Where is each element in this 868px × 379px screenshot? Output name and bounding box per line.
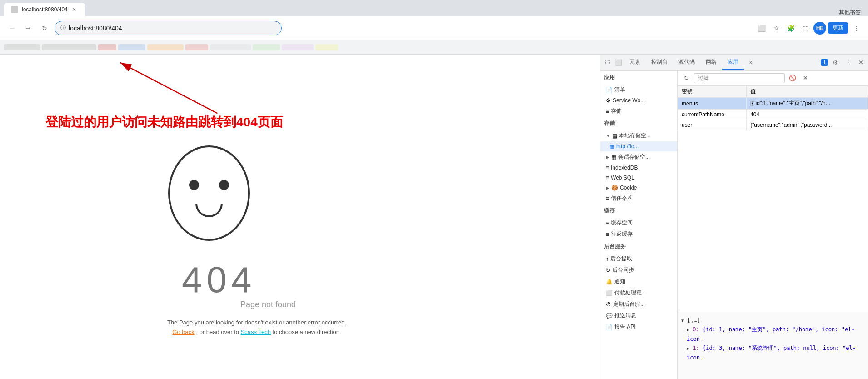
value-root-label: [,…]	[687, 317, 700, 324]
table-row[interactable]: currentPathName 404	[678, 110, 868, 120]
devtools-panel: ⬚ ⬜ 元素 控制台 源代码 网络 应用 » 1 ⚙ ⋮ ✕ 应用 📄	[600, 55, 868, 379]
sidebar-item-service-worker[interactable]: ⚙ Service Wo...	[600, 95, 677, 105]
cast-button[interactable]: ⬜	[755, 22, 768, 35]
sidebar-item-cookie[interactable]: ▶ 🍪 Cookie	[600, 183, 677, 193]
bg-sync-label: 后台同步	[612, 266, 634, 274]
item0-expand-icon[interactable]: ▶	[687, 327, 689, 332]
refresh-storage-button[interactable]: ↻	[681, 73, 691, 83]
tab-title: localhost:8080/404	[22, 6, 68, 13]
bg-fetch-icon: ↑	[606, 256, 609, 262]
item1-value: {id: 3, name: "系统管理", path: null, icon: …	[687, 345, 856, 360]
sidebar-item-indexeddb[interactable]: ≡ IndexedDB	[600, 163, 677, 173]
left-eye	[189, 180, 199, 190]
back-forward-cache-icon: ≡	[606, 231, 609, 238]
right-eye	[219, 180, 229, 190]
col-value: 值	[746, 86, 868, 98]
periodic-bg-sync-icon: ⏱	[606, 301, 611, 308]
reporting-api-label: 报告 API	[614, 323, 636, 331]
sidebar-item-reporting-api[interactable]: 📄 报告 API	[600, 321, 677, 333]
sidebar-item-back-forward-cache[interactable]: ≡ 往返缓存	[600, 229, 677, 240]
cookie-label: Cookie	[620, 185, 637, 191]
bookmark-1	[4, 44, 40, 50]
page-not-found-label: Page not found	[200, 300, 336, 309]
bookmark-button[interactable]: ☆	[770, 22, 783, 35]
settings-button[interactable]: ⋮	[850, 22, 863, 35]
reload-icon: ↻	[42, 25, 47, 32]
row-value: 404	[746, 110, 868, 120]
item0-value: {id: 1, name: "主页", path: "/home", icon:…	[687, 326, 855, 342]
nav-right: ⬜ ☆ 🧩 ⬚ HE 更新 ⋮	[755, 22, 863, 35]
sidebar-item-session-storage[interactable]: ▶ ▦ 会话存储空...	[600, 151, 677, 163]
devtools-tab-network[interactable]: 网络	[700, 55, 722, 70]
item1-expand-icon[interactable]: ▶	[687, 346, 689, 351]
clear-filter-button[interactable]: 🚫	[788, 73, 798, 83]
extensions-button[interactable]: 🧩	[784, 22, 797, 35]
sad-mouth	[195, 204, 223, 217]
sidebar-item-local-storage[interactable]: ▼ ▦ 本地存储空...	[600, 130, 677, 141]
web-sql-label: Web SQL	[611, 175, 634, 181]
devtools-tab-more[interactable]: »	[744, 56, 758, 69]
sidebar-item-trust-tokens[interactable]: ≡ 信任令牌	[600, 193, 677, 204]
devtools-tab-sources[interactable]: 源代码	[673, 55, 700, 70]
table-row[interactable]: menus [{"id":1,"name":"主页","path":"/h...	[678, 98, 868, 110]
profile-button[interactable]: HE	[813, 22, 826, 35]
row-key: menus	[678, 98, 747, 110]
annotation-text: 登陆过的用户访问未知路由跳转到404页面	[45, 114, 283, 131]
payment-handler-icon: ⬜	[606, 290, 613, 296]
sidebar-item-push-messaging[interactable]: 💬 推送消息	[600, 310, 677, 321]
app-toolbar: ↻ 🚫 ✕	[678, 71, 868, 85]
reload-button[interactable]: ↻	[38, 22, 51, 35]
back-button[interactable]: ←	[5, 22, 18, 35]
sidebar-section-bg-services: 后台服务	[600, 240, 677, 253]
localhost-icon: ▦	[609, 143, 614, 150]
manifest-label: 清单	[614, 86, 625, 94]
push-messaging-label: 推送消息	[614, 312, 636, 319]
table-row[interactable]: user {"username":"admin","password...	[678, 120, 868, 130]
sidebar-item-manifest[interactable]: 📄 清单	[600, 84, 677, 95]
update-button[interactable]: 更新	[828, 22, 848, 34]
indexeddb-icon: ≡	[606, 165, 609, 171]
devtools-badge: 1	[821, 59, 828, 66]
bg-fetch-label: 后台提取	[610, 255, 632, 263]
bookmarks-bar	[0, 40, 868, 55]
devtools-settings-icon[interactable]: ⚙	[830, 57, 841, 68]
devtools-close-icon[interactable]: ✕	[855, 57, 866, 68]
sidebar-item-bg-sync[interactable]: ↻ 后台同步	[600, 264, 677, 276]
devtools-mobile-icon[interactable]: ⬜	[613, 57, 624, 68]
scass-link[interactable]: Scass Tech	[241, 329, 271, 335]
devtools-tab-application[interactable]: 应用	[722, 55, 744, 70]
address-bar[interactable]: ⓘ localhost:8080/404	[55, 21, 282, 35]
sidebar-item-web-sql[interactable]: ≡ Web SQL	[600, 173, 677, 183]
value-pane: ▼ [,…] ▶ 0: {id: 1, name: "主页", path: "/…	[678, 312, 868, 379]
filter-input[interactable]	[694, 73, 785, 83]
sidebar-item-payment-handler[interactable]: ⬜ 付款处理程...	[600, 287, 677, 299]
value-item-0: ▶ 0: {id: 1, name: "主页", path: "/home", …	[681, 325, 864, 344]
error-desc-line1: The Page you are looking for doesn't exi…	[167, 319, 346, 326]
sidebar-item-periodic-bg-sync[interactable]: ⏱ 定期后台服...	[600, 299, 677, 310]
sidebar-item-notifications[interactable]: 🔔 通知	[600, 276, 677, 287]
sidebar-item-storage-overview[interactable]: ≡ 存储	[600, 105, 677, 117]
go-back-link[interactable]: Go back	[172, 329, 194, 335]
devtools-inspect-icon[interactable]: ⬚	[602, 57, 613, 68]
col-key: 密钥	[678, 86, 747, 98]
sidebar-item-bg-fetch[interactable]: ↑ 后台提取	[600, 253, 677, 264]
forward-button[interactable]: →	[22, 22, 35, 35]
session-storage-icon: ▦	[611, 154, 616, 160]
periodic-bg-sync-label: 定期后台服...	[613, 300, 645, 308]
delete-all-button[interactable]: ✕	[800, 73, 810, 83]
sidebar-section-cache: 缓存	[600, 204, 677, 217]
browser-window: localhost:8080/404 ✕ 其他书签 ← → ↻ ⓘ localh…	[0, 0, 868, 55]
cache-storage-icon: ≡	[606, 220, 609, 226]
tab-close-button[interactable]: ✕	[70, 5, 78, 14]
trust-tokens-icon: ≡	[606, 195, 609, 202]
devtools-more-icon[interactable]: ⋮	[843, 57, 853, 68]
browser-profile-icon[interactable]: ⬚	[799, 22, 812, 35]
value-expand-icon[interactable]: ▼	[681, 318, 684, 323]
devtools-tab-elements[interactable]: 元素	[624, 55, 646, 70]
devtools-tab-console[interactable]: 控制台	[646, 55, 673, 70]
sidebar-item-cache-storage[interactable]: ≡ 缓存空间	[600, 217, 677, 229]
active-tab[interactable]: localhost:8080/404 ✕	[4, 3, 85, 16]
local-storage-icon: ▦	[612, 133, 617, 139]
sidebar-item-localhost[interactable]: ▦ http://lo...	[600, 141, 677, 151]
error-code: 404	[182, 259, 256, 301]
